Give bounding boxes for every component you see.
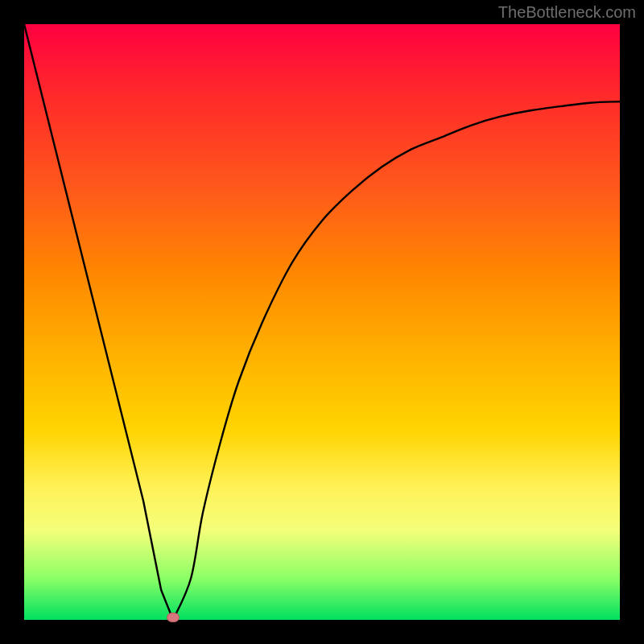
chart-frame: TheBottleneck.com	[0, 0, 644, 644]
attribution-text: TheBottleneck.com	[498, 3, 636, 22]
bottleneck-curve	[24, 24, 620, 620]
optimum-marker	[167, 613, 180, 622]
plot-area	[24, 24, 620, 620]
